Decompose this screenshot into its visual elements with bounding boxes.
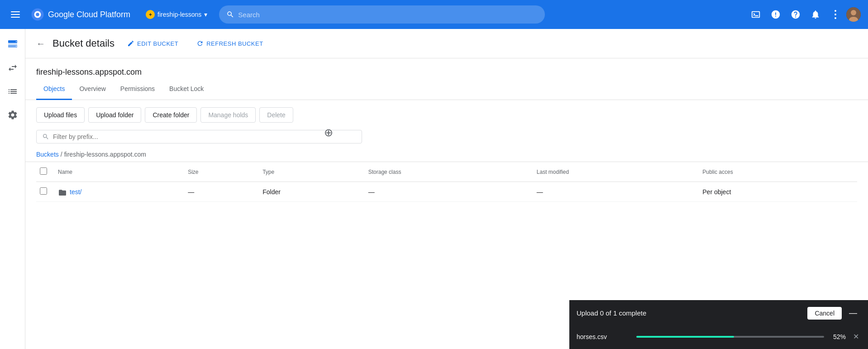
filter-section: ⊕ (25, 130, 868, 149)
sidebar-item-list[interactable] (2, 81, 24, 102)
row-size-cell: — (184, 182, 259, 202)
svg-point-5 (36, 13, 39, 16)
upload-close-button[interactable]: ✕ (851, 330, 861, 343)
upload-file-row: horses.csv 52% ✕ (569, 326, 868, 349)
svg-rect-2 (11, 17, 20, 18)
bucket-name: fireship-lessons.appspot.com (36, 67, 857, 77)
svg-rect-13 (8, 43, 17, 44)
terminal-icon[interactable] (747, 5, 765, 24)
upload-minimize-button[interactable]: — (845, 306, 861, 320)
more-options-icon[interactable] (826, 5, 844, 24)
hamburger-menu[interactable] (7, 6, 24, 24)
refresh-bucket-button[interactable]: REFRESH BUCKET (191, 36, 268, 51)
objects-table: Name Size Type Storage class Last modifi… (36, 162, 857, 202)
svg-rect-0 (11, 11, 20, 12)
upload-folder-button[interactable]: Upload folder (88, 107, 141, 123)
row-checkbox[interactable] (40, 187, 47, 195)
last-modified-column-header: Last modified (533, 162, 699, 182)
edit-bucket-button[interactable]: EDIT BUCKET (122, 36, 184, 51)
top-nav: Google Cloud Platform ✦ fireship-lessons… (0, 0, 868, 29)
row-public-access-cell: Per object (699, 182, 857, 202)
search-icon (226, 10, 234, 19)
row-type-cell: Folder (259, 182, 365, 202)
sidebar-item-transfer[interactable] (2, 57, 24, 79)
row-storage-class-cell: — (365, 182, 533, 202)
refresh-icon (196, 40, 204, 47)
search-input[interactable] (238, 11, 538, 19)
progress-bar-wrap (636, 336, 824, 338)
manage-holds-button[interactable]: Manage holds (200, 107, 256, 123)
type-column-header: Type (259, 162, 365, 182)
select-all-checkbox[interactable] (40, 167, 47, 175)
bucket-section: fireship-lessons.appspot.com (25, 58, 868, 77)
table-row: test/ — Folder — — Per object (36, 182, 857, 202)
svg-rect-15 (16, 41, 17, 42)
upload-files-button[interactable]: Upload files (36, 107, 85, 123)
size-column-header: Size (184, 162, 259, 182)
project-selector[interactable]: ✦ fireship-lessons ▾ (141, 7, 212, 22)
buckets-link[interactable]: Buckets (36, 151, 59, 158)
tab-objects[interactable]: Objects (36, 79, 72, 100)
public-access-column-header: Public acces (699, 162, 857, 182)
svg-point-8 (835, 17, 836, 19)
project-icon: ✦ (146, 10, 155, 19)
search-bar[interactable] (219, 5, 545, 24)
tab-permissions[interactable]: Permissions (113, 79, 162, 100)
toast-header-actions: Cancel — (807, 306, 861, 320)
upload-toast-title: Upload 0 of 1 complete (577, 309, 646, 317)
filter-search-icon (42, 133, 49, 140)
svg-rect-16 (16, 46, 17, 47)
nav-actions (747, 5, 861, 24)
progress-percent: 52% (830, 333, 846, 340)
row-name-link[interactable]: test/ (70, 188, 81, 196)
table-wrap: Name Size Type Storage class Last modifi… (25, 162, 868, 202)
create-folder-button[interactable]: Create folder (145, 107, 197, 123)
select-all-header (36, 162, 54, 182)
upload-filename: horses.csv (577, 333, 631, 340)
sidebar (0, 29, 25, 349)
notifications-icon[interactable] (806, 5, 825, 24)
sidebar-item-storage[interactable] (2, 33, 24, 55)
app-title: Google Cloud Platform (31, 8, 130, 21)
folder-icon (58, 188, 67, 196)
row-checkbox-cell (36, 182, 54, 202)
breadcrumb-separator: / (61, 151, 62, 158)
row-name-cell: test/ (54, 182, 184, 202)
delete-button[interactable]: Delete (259, 107, 293, 123)
filter-input-wrap (36, 130, 362, 143)
progress-bar-fill (636, 336, 734, 338)
avatar[interactable] (846, 7, 861, 22)
upload-cancel-button[interactable]: Cancel (807, 307, 842, 320)
tab-overview[interactable]: Overview (72, 79, 113, 100)
svg-rect-1 (11, 14, 20, 15)
name-column-header: Name (54, 162, 184, 182)
row-last-modified-cell: — (533, 182, 699, 202)
upload-toast: Upload 0 of 1 complete Cancel — horses.c… (569, 300, 868, 349)
storage-class-column-header: Storage class (365, 162, 533, 182)
svg-point-6 (835, 10, 836, 12)
svg-point-10 (851, 10, 856, 15)
alert-icon[interactable] (767, 5, 785, 24)
edit-icon (127, 40, 134, 47)
breadcrumb: Buckets / fireship-lessons.appspot.com (25, 149, 868, 162)
tabs: Objects Overview Permissions Bucket Lock (25, 79, 868, 100)
upload-toast-header: Upload 0 of 1 complete Cancel — (569, 300, 868, 326)
page-header: ← Bucket details EDIT BUCKET REFRESH BUC… (25, 29, 868, 58)
back-button[interactable]: ← (36, 38, 45, 49)
filter-input[interactable] (53, 133, 356, 140)
help-icon[interactable] (787, 5, 805, 24)
breadcrumb-current: fireship-lessons.appspot.com (64, 151, 146, 158)
sidebar-item-settings[interactable] (2, 104, 24, 126)
svg-point-7 (835, 14, 836, 15)
page-title: Bucket details (52, 38, 114, 49)
toolbar: Upload files Upload folder Create folder… (25, 100, 868, 130)
tab-bucket-lock[interactable]: Bucket Lock (162, 79, 211, 100)
